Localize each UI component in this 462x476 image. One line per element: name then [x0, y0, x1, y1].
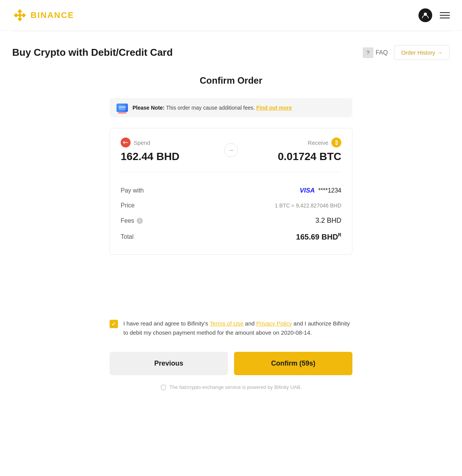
price-row: Price 1 BTC ≈ 9,422.827046 BHD [121, 198, 341, 213]
note-message: This order may cause additional fees. [165, 105, 256, 111]
find-out-more-link[interactable]: Find out more [256, 105, 292, 111]
fees-label: Fees i [121, 217, 143, 224]
spacer [110, 266, 352, 319]
pay-with-label: Pay with [121, 187, 144, 194]
spend-label-row: Spend [121, 138, 216, 147]
page-header-actions: ? FAQ Order History → [363, 45, 450, 60]
spend-amount: 162.44 BHD [121, 151, 216, 163]
checkbox-check-icon: ✓ [111, 321, 116, 327]
section-title: Confirm Order [110, 75, 352, 86]
price-label: Price [121, 202, 134, 209]
receive-amount: 0.01724 BTC [246, 151, 341, 163]
receive-label-row: Receive ₿ [246, 138, 341, 147]
agreement-text-before-terms: I have read and agree to Bifinity's [123, 320, 210, 327]
header: BINANCE [0, 0, 462, 31]
buttons-row: Previous Confirm (59s) [110, 352, 352, 375]
visa-badge: VISA [300, 187, 315, 194]
faq-icon: ? [363, 47, 373, 58]
binance-logo-icon [12, 8, 27, 23]
spend-label-text: Spend [134, 139, 150, 146]
btc-icon: ₿ [331, 138, 341, 147]
fees-info-icon[interactable]: i [137, 218, 143, 224]
header-right [418, 8, 450, 22]
agreement-text-between: and [244, 320, 256, 327]
spend-currency-icon [121, 138, 131, 147]
hamburger-menu-icon[interactable] [440, 12, 450, 18]
privacy-policy-link[interactable]: Privacy Policy [256, 320, 292, 327]
powered-by-footer: The fiat/crypto exchange service is powe… [110, 384, 352, 402]
agreement-text: I have read and agree to Bifinity's Term… [123, 319, 352, 337]
agreement-checkbox-wrapper[interactable]: ✓ [110, 320, 118, 328]
terms-of-use-link[interactable]: Terms of Use [210, 320, 243, 327]
receive-section: Receive ₿ 0.01724 BTC [246, 138, 341, 163]
card-icon [116, 104, 128, 112]
agreement-checkbox[interactable]: ✓ [110, 320, 118, 328]
page-title: Buy Crypto with Debit/Credit Card [12, 47, 173, 58]
order-history-button[interactable]: Order History → [394, 45, 450, 60]
fees-row: Fees i 3.2 BHD [121, 213, 341, 228]
powered-by-text: The fiat/crypto exchange service is powe… [170, 384, 302, 390]
order-history-label: Order History → [401, 49, 443, 56]
note-text: Please Note: This order may cause additi… [132, 105, 292, 111]
note-banner: Please Note: This order may cause additi… [110, 98, 352, 117]
faq-label: FAQ [376, 49, 388, 56]
order-card: Spend 162.44 BHD → Receive ₿ 0.01724 BTC… [110, 128, 352, 255]
total-label: Total [121, 233, 134, 240]
faq-button[interactable]: ? FAQ [363, 47, 388, 58]
agreement-section: ✓ I have read and agree to Bifinity's Te… [110, 319, 352, 341]
shield-icon [160, 384, 166, 390]
confirm-button[interactable]: Confirm (59s) [234, 352, 352, 375]
total-value: 165.69 BHDR [296, 232, 341, 241]
svg-rect-6 [119, 105, 126, 110]
logo: BINANCE [12, 8, 74, 23]
total-superscript: R [338, 232, 341, 238]
pay-with-row: Pay with VISA ****1234 [121, 183, 341, 198]
user-icon[interactable] [418, 8, 432, 22]
receive-label-text: Receive [308, 139, 328, 146]
svg-marker-4 [18, 13, 22, 18]
fees-value: 3.2 BHD [315, 217, 341, 225]
spend-section: Spend 162.44 BHD [121, 138, 216, 163]
logo-text: BINANCE [31, 10, 74, 20]
card-number: ****1234 [318, 187, 342, 194]
price-value: 1 BTC ≈ 9,422.827046 BHD [275, 202, 341, 209]
page-header: Buy Crypto with Debit/Credit Card ? FAQ … [0, 34, 462, 68]
svg-rect-7 [119, 107, 126, 108]
previous-button[interactable]: Previous [110, 352, 228, 375]
pay-with-value: VISA ****1234 [300, 187, 341, 194]
total-row: Total 165.69 BHDR [121, 228, 341, 245]
spend-receive-row: Spend 162.44 BHD → Receive ₿ 0.01724 BTC [121, 138, 341, 172]
header-divider [12, 31, 450, 31]
main-content: Confirm Order Please Note: This order ma… [97, 68, 365, 410]
arrow-right-icon: → [224, 143, 238, 157]
note-prefix: Please Note: [132, 105, 165, 111]
